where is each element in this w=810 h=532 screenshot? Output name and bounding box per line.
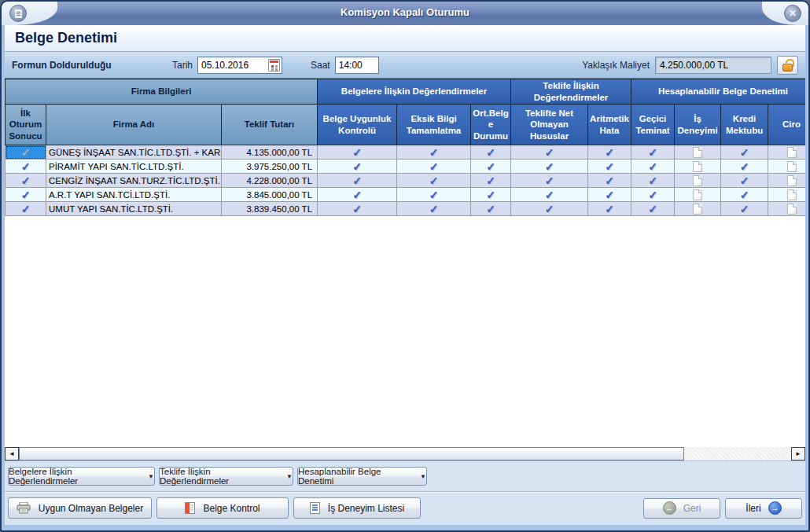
document-icon xyxy=(15,9,22,18)
close-icon[interactable]: ✕ xyxy=(784,5,801,22)
teklif-tutari-cell[interactable]: 4.228.000,00 TL xyxy=(222,174,318,188)
gecici-teminat-cell[interactable]: ✓ xyxy=(631,188,675,202)
ileri-button[interactable]: İleri → xyxy=(725,498,802,519)
gecici-teminat-cell[interactable]: ✓ xyxy=(631,202,675,216)
aritmetik-hata-cell[interactable]: ✓ xyxy=(588,145,631,160)
ilk-oturum-cell[interactable]: ✓ xyxy=(6,145,46,160)
aritmetik-hata-cell[interactable]: ✓ xyxy=(588,160,631,174)
list-icon xyxy=(310,502,320,514)
check-icon: ✓ xyxy=(21,189,31,201)
gecici-teminat-cell[interactable]: ✓ xyxy=(631,160,675,174)
aritmetik-hata-cell[interactable]: ✓ xyxy=(588,202,631,216)
ilk-oturum-cell[interactable]: ✓ xyxy=(6,160,46,174)
geri-button[interactable]: ← Geri xyxy=(643,498,720,519)
teklifte-net-cell[interactable]: ✓ xyxy=(511,160,588,174)
firma-adi-cell[interactable]: PİRAMİT YAPI SAN.TİC.LTD.ŞTİ. xyxy=(46,160,222,174)
eksik-bilgi-cell[interactable]: ✓ xyxy=(397,145,471,160)
teklif-tutari-cell[interactable]: 3.845.000,00 TL xyxy=(222,188,318,202)
eksik-bilgi-cell[interactable]: ✓ xyxy=(397,160,471,174)
check-icon: ✓ xyxy=(429,174,439,187)
scrollbar-track[interactable] xyxy=(684,447,791,460)
gecici-teminat-cell[interactable]: ✓ xyxy=(631,145,675,160)
dropdown-teklife-iliskin[interactable]: Teklife İlişkin Değerlendirmeler ▼ xyxy=(159,467,293,486)
ort-belge-cell[interactable]: ✓ xyxy=(471,188,511,202)
teklifte-net-cell[interactable]: ✓ xyxy=(511,174,588,188)
lock-button[interactable] xyxy=(777,56,798,75)
uygun-olmayan-belgeler-button[interactable]: Uygun Olmayan Belgeler xyxy=(8,497,152,519)
is-deneyimi-cell[interactable] xyxy=(675,188,721,202)
col-ciro: Ciro xyxy=(768,105,805,145)
check-icon: ✓ xyxy=(605,189,614,201)
check-icon: ✓ xyxy=(486,189,495,201)
dropdown-row: Belgelere İlişkin Değerlendirmeler ▼ Tek… xyxy=(5,467,805,486)
ort-belge-cell[interactable]: ✓ xyxy=(471,202,511,216)
ciro-cell[interactable] xyxy=(768,160,805,174)
kredi-mektubu-cell[interactable]: ✓ xyxy=(721,160,768,174)
ort-belge-cell[interactable]: ✓ xyxy=(471,145,511,160)
dropdown-belgelere-iliskin[interactable]: Belgelere İlişkin Değerlendirmeler ▼ xyxy=(8,467,155,486)
ort-belge-cell[interactable]: ✓ xyxy=(471,174,511,188)
ciro-cell[interactable] xyxy=(768,145,805,160)
teklif-tutari-cell[interactable]: 4.135.000,00 TL xyxy=(222,145,318,160)
date-label: Tarih xyxy=(172,60,193,71)
scroll-right-button[interactable]: ► xyxy=(791,447,805,460)
teklif-tutari-cell[interactable]: 3.839.450,00 TL xyxy=(222,202,318,216)
ciro-cell[interactable] xyxy=(768,202,805,216)
kredi-mektubu-cell[interactable]: ✓ xyxy=(721,174,768,188)
check-icon: ✓ xyxy=(429,146,439,159)
document-icon xyxy=(787,161,797,172)
printer-icon xyxy=(17,502,31,514)
time-label: Saat xyxy=(311,60,330,71)
belge-uygunluk-cell[interactable]: ✓ xyxy=(318,160,397,174)
aritmetik-hata-cell[interactable]: ✓ xyxy=(588,174,631,188)
document-icon xyxy=(693,161,702,172)
check-icon: ✓ xyxy=(545,174,554,187)
ilk-oturum-cell[interactable]: ✓ xyxy=(6,188,46,202)
kredi-mektubu-cell[interactable]: ✓ xyxy=(721,188,768,202)
is-deneyimi-cell[interactable] xyxy=(675,174,721,188)
teklifte-net-cell[interactable]: ✓ xyxy=(511,202,588,216)
is-deneyimi-cell[interactable] xyxy=(675,202,721,216)
ilk-oturum-cell[interactable]: ✓ xyxy=(6,202,46,216)
teklifte-net-cell[interactable]: ✓ xyxy=(511,145,588,160)
button-label: Belge Kontrol xyxy=(203,503,260,514)
eksik-bilgi-cell[interactable]: ✓ xyxy=(397,202,471,216)
teklifte-net-cell[interactable]: ✓ xyxy=(511,188,588,202)
ilk-oturum-cell[interactable]: ✓ xyxy=(6,174,46,188)
firma-adi-cell[interactable]: CENGİZ İNŞAAT SAN.TURZ.TİC.LTD.ŞTİ. xyxy=(46,174,222,188)
scroll-left-button[interactable]: ◄ xyxy=(5,447,19,460)
is-deneyimi-cell[interactable] xyxy=(675,145,721,160)
belge-uygunluk-cell[interactable]: ✓ xyxy=(318,174,397,188)
kredi-mektubu-cell[interactable]: ✓ xyxy=(721,145,768,160)
eksik-bilgi-cell[interactable]: ✓ xyxy=(397,188,471,202)
scrollbar-thumb[interactable] xyxy=(19,447,684,460)
page-title: Belge Denetimi xyxy=(5,25,805,51)
is-deneyim-listesi-button[interactable]: İş Deneyim Listesi xyxy=(293,497,421,519)
is-deneyimi-cell[interactable] xyxy=(675,160,721,174)
lower-panel: Belgelere İlişkin Değerlendirmeler ▼ Tek… xyxy=(5,460,805,525)
ciro-cell[interactable] xyxy=(768,174,805,188)
check-icon: ✓ xyxy=(21,174,31,187)
belge-uygunluk-cell[interactable]: ✓ xyxy=(318,188,397,202)
aritmetik-hata-cell[interactable]: ✓ xyxy=(588,188,631,202)
group-teklife-iliskin: Teklife İlişkin Değerlendirmeler xyxy=(511,79,631,105)
belge-uygunluk-cell[interactable]: ✓ xyxy=(318,202,397,216)
ort-belge-cell[interactable]: ✓ xyxy=(471,160,511,174)
calendar-icon[interactable] xyxy=(268,59,280,72)
check-icon: ✓ xyxy=(545,189,554,201)
dropdown-hesaplanabilir[interactable]: Hesaplanabilir Belge Denetimi ▼ xyxy=(297,467,427,486)
belge-kontrol-button[interactable]: Belge Kontrol xyxy=(156,497,289,519)
ciro-cell[interactable] xyxy=(768,188,805,202)
teklif-tutari-cell[interactable]: 3.975.250,00 TL xyxy=(222,160,318,174)
time-input[interactable] xyxy=(335,57,379,74)
firma-adi-cell[interactable]: A.R.T YAPI SAN.TCİ.LTD.ŞTİ. xyxy=(46,188,222,202)
check-icon: ✓ xyxy=(429,189,439,201)
kredi-mektubu-cell[interactable]: ✓ xyxy=(721,202,768,216)
check-icon: ✓ xyxy=(605,203,614,215)
belge-uygunluk-cell[interactable]: ✓ xyxy=(318,145,397,160)
firma-adi-cell[interactable]: GÜNEŞ İNŞAAT SAN.TİC.LTD.ŞTİ. + KARE YA xyxy=(46,145,222,160)
eksik-bilgi-cell[interactable]: ✓ xyxy=(397,174,471,188)
dropdown-label: Hesaplanabilir Belge Denetimi xyxy=(298,467,414,486)
gecici-teminat-cell[interactable]: ✓ xyxy=(631,174,675,188)
firma-adi-cell[interactable]: UMUT YAPI SAN.TİC.LTD.ŞTİ. xyxy=(46,202,222,216)
